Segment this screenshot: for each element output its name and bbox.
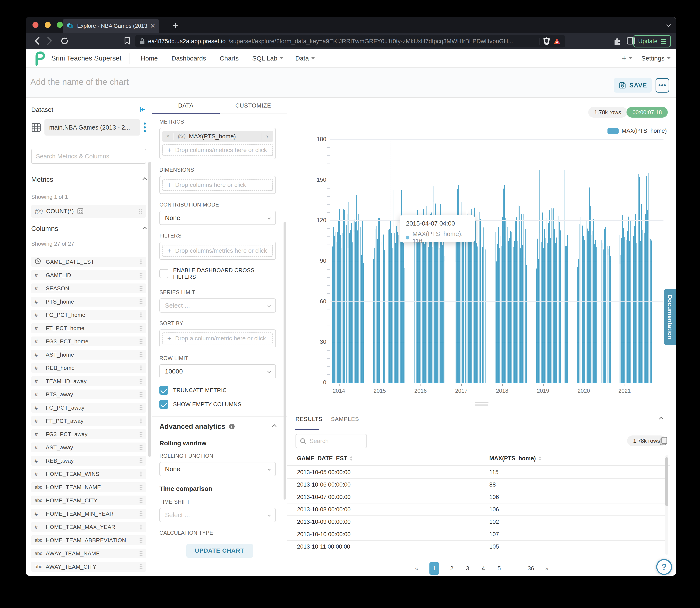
page-»[interactable]: » [544, 565, 550, 572]
back-icon[interactable] [34, 37, 40, 46]
column-item-game_id[interactable]: #GAME_ID [31, 270, 146, 280]
tab-close-icon[interactable]: ✕ [150, 22, 155, 30]
resize-handle[interactable] [475, 402, 488, 407]
drag-handle-icon[interactable] [139, 405, 143, 411]
column-item-reb_away[interactable]: #REB_away [31, 456, 146, 466]
tab-search-chevron-icon[interactable] [666, 22, 671, 27]
bookmark-icon[interactable] [124, 37, 130, 45]
nav-charts[interactable]: Charts [220, 55, 238, 62]
column-item-home_team_name[interactable]: abcHOME_TEAM_NAME [31, 482, 146, 492]
row-limit-select[interactable]: 10000 [159, 364, 276, 378]
page-5[interactable]: 5 [496, 565, 502, 572]
table-row[interactable]: 2013-10-10 00:00:00107 [287, 528, 665, 541]
drag-handle-icon[interactable] [139, 339, 143, 344]
drag-handle-icon[interactable] [139, 365, 143, 371]
new-item-button[interactable]: + [622, 54, 632, 63]
collapse-metrics-icon[interactable] [142, 177, 147, 182]
series-limit-select[interactable]: Select ... [159, 299, 276, 312]
column-item-pts_home[interactable]: #PTS_home [31, 297, 146, 307]
expand-metric-icon[interactable]: › [261, 133, 273, 140]
page-4[interactable]: 4 [480, 565, 487, 572]
drag-handle-icon[interactable] [139, 286, 143, 291]
new-tab-button[interactable]: + [173, 20, 178, 31]
metrics-drop-zone[interactable]: + Drop columns/metrics here or click [162, 144, 273, 156]
window-zoom-button[interactable] [57, 22, 63, 28]
dimensions-drop-zone[interactable]: + Drop columns here or click [162, 179, 273, 191]
rolling-function-select[interactable]: None [159, 462, 276, 476]
time-shift-select[interactable]: Select ... [159, 508, 276, 522]
table-row[interactable]: 2013-10-05 00:00:00115 [287, 466, 665, 479]
table-row[interactable]: 2013-10-11 00:00:00105 [287, 541, 665, 553]
column-item-away_team_city[interactable]: abcAWAY_TEAM_CITY [31, 562, 146, 572]
drag-handle-icon[interactable] [139, 392, 143, 397]
column-item-ast_home[interactable]: #AST_home [31, 350, 146, 360]
drag-handle-icon[interactable] [139, 418, 143, 424]
page-2[interactable]: 2 [448, 565, 455, 572]
window-close-button[interactable] [33, 22, 38, 28]
collapse-columns-icon[interactable] [142, 227, 147, 231]
dataset-options-kebab-icon[interactable] [143, 122, 146, 133]
tab-results[interactable]: RESULTS [295, 416, 323, 422]
page-36[interactable]: 36 [528, 565, 534, 572]
sort-icon[interactable] [539, 456, 542, 461]
tab-samples[interactable]: SAMPLES [331, 416, 359, 422]
chart-legend[interactable]: MAX(PTS_home) [607, 128, 667, 134]
table-row[interactable]: 2013-10-06 00:00:0088 [287, 479, 665, 491]
drag-handle-icon[interactable] [139, 312, 143, 318]
copy-icon[interactable] [659, 436, 668, 446]
drag-handle-icon[interactable] [139, 524, 143, 530]
table-row[interactable]: 2013-10-08 00:00:00106 [287, 504, 665, 516]
column-item-pts_away[interactable]: #PTS_away [31, 390, 146, 399]
more-options-button[interactable]: ••• [656, 78, 669, 93]
config-panel-scrollbar[interactable] [284, 222, 286, 500]
extensions-puzzle-icon[interactable] [613, 37, 621, 46]
filters-drop-zone[interactable]: + Drop columns/metrics here or click [162, 245, 273, 257]
url-bar[interactable]: ea4875dd.us2a.app.preset.io /superset/ex… [135, 35, 565, 48]
results-column-header[interactable]: MAX(PTS_home) [489, 455, 542, 462]
browser-tab[interactable]: Explore - NBA Games (2013 - 2 ✕ [63, 19, 159, 33]
nav-dashboards[interactable]: Dashboards [172, 55, 206, 62]
chart-name-input[interactable]: Add the name of the chart [30, 77, 129, 87]
column-item-ast_away[interactable]: #AST_away [31, 442, 146, 452]
drag-handle-icon[interactable] [139, 432, 143, 437]
column-item-fg_pct_away[interactable]: #FG_PCT_away [31, 403, 146, 413]
brave-shield-icon[interactable] [543, 37, 550, 45]
drag-handle-icon[interactable] [139, 458, 143, 463]
menu-hamburger-icon[interactable] [661, 38, 666, 45]
tab-data[interactable]: DATA [152, 98, 220, 114]
reload-icon[interactable] [60, 37, 69, 46]
drag-handle-icon[interactable] [139, 511, 143, 516]
show-empty-checkbox[interactable] [159, 400, 168, 409]
column-item-ft_pct_away[interactable]: #FT_PCT_away [31, 416, 146, 426]
metric-count-item[interactable]: f(x) COUNT(*) [31, 205, 146, 217]
results-scrollbar-thumb[interactable] [665, 457, 668, 506]
column-item-fg3_pct_home[interactable]: #FG3_PCT_home [31, 337, 146, 346]
page-...[interactable]: ... [512, 565, 518, 572]
metric-chip[interactable]: × f(x)MAX(PTS_home) › [162, 131, 273, 142]
dataset-panel-scrollbar[interactable] [148, 162, 151, 457]
browser-update-button[interactable]: Update [633, 35, 671, 48]
column-item-home_team_wins[interactable]: #HOME_TEAM_WINS [31, 469, 146, 479]
nav-sql-lab[interactable]: SQL Lab [252, 55, 283, 62]
column-item-ft_pct_home[interactable]: #FT_PCT_home [31, 323, 146, 333]
drag-handle-icon[interactable] [139, 537, 143, 543]
table-row[interactable]: 2013-10-07 00:00:00106 [287, 491, 665, 504]
brave-rewards-icon[interactable] [553, 37, 561, 45]
workspace-name[interactable]: Srini Teaches Superset [51, 54, 121, 62]
documentation-tab[interactable]: Documentation [664, 289, 676, 345]
forward-icon[interactable] [47, 37, 53, 46]
column-item-fg3_pct_away[interactable]: #FG3_PCT_away [31, 429, 146, 439]
column-item-home_team_max_year[interactable]: #HOME_TEAM_MAX_YEAR [31, 522, 146, 532]
collapse-advanced-icon[interactable] [272, 424, 276, 429]
drag-handle-icon[interactable] [139, 208, 142, 214]
truncate-metric-checkbox[interactable] [159, 386, 168, 395]
column-item-game_date_est[interactable]: GAME_DATE_EST [31, 257, 146, 267]
advanced-analytics-header[interactable]: Advanced analytics [159, 422, 276, 431]
tab-customize[interactable]: CUSTOMIZE [220, 98, 287, 114]
drag-handle-icon[interactable] [139, 484, 143, 490]
column-item-season[interactable]: #SEASON [31, 284, 146, 293]
page-«[interactable]: « [413, 565, 420, 572]
dataset-name-chip[interactable]: main.NBA Games (2013 - 2... [44, 119, 140, 135]
column-item-home_team_city[interactable]: abcHOME_TEAM_CITY [31, 496, 146, 506]
column-item-home_team_abbreviation[interactable]: abcHOME_TEAM_ABBREVIATION [31, 535, 146, 545]
